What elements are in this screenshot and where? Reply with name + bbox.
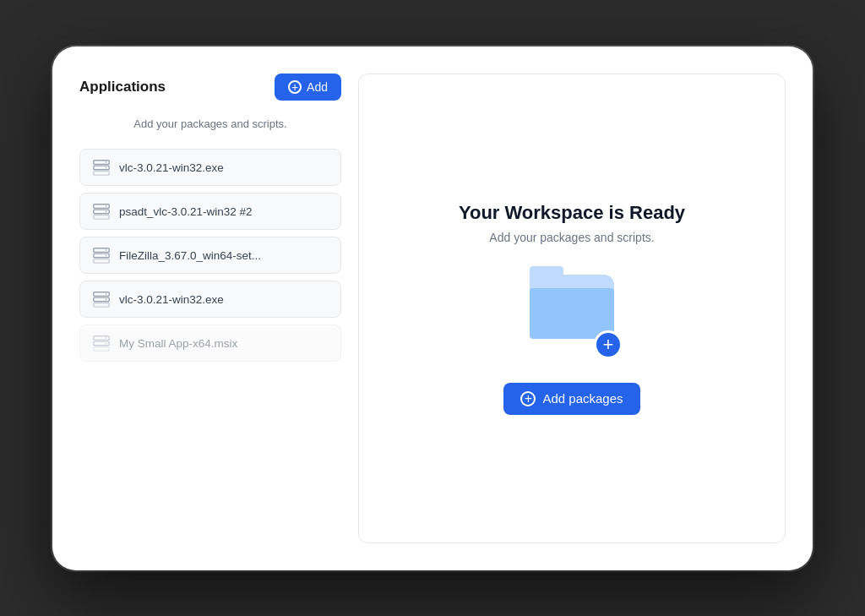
server-icon [92, 246, 111, 264]
app-list-item[interactable]: psadt_vlc-3.0.21-win32 #2 [79, 193, 341, 230]
app-list-item[interactable]: vlc-3.0.21-win32.exe [79, 281, 341, 318]
add-circle-illustration: + [594, 330, 623, 359]
svg-rect-11 [94, 253, 109, 258]
svg-rect-5 [94, 204, 109, 209]
app-name: psadt_vlc-3.0.21-win32 #2 [119, 205, 253, 218]
svg-rect-2 [94, 172, 109, 176]
svg-point-19 [106, 299, 106, 300]
svg-rect-20 [94, 336, 109, 341]
app-name: FileZilla_3.67.0_win64-set... [119, 249, 261, 262]
add-button[interactable]: + Add [275, 74, 341, 101]
app-list: vlc-3.0.21-win32.exe psadt_vlc-3.0.21-wi… [79, 149, 341, 362]
svg-point-9 [106, 211, 106, 212]
svg-rect-21 [94, 341, 109, 346]
main-content: Applications + Add Add your packages and… [52, 46, 813, 570]
app-list-item[interactable]: My Small App-x64.msix [79, 324, 341, 362]
left-panel: Applications + Add Add your packages and… [79, 74, 341, 543]
svg-point-4 [106, 167, 106, 168]
svg-point-18 [106, 293, 106, 294]
add-packages-button[interactable]: + Add packages [503, 383, 639, 415]
app-list-item[interactable]: FileZilla_3.67.0_win64-set... [79, 237, 341, 274]
workspace-illustration: + [521, 275, 623, 359]
workspace-subtitle: Add your packages and scripts. [489, 231, 654, 244]
svg-point-14 [106, 255, 106, 256]
server-icon [92, 158, 111, 177]
svg-rect-1 [94, 166, 109, 170]
svg-point-23 [106, 337, 106, 338]
svg-rect-10 [94, 248, 109, 253]
svg-rect-22 [94, 347, 109, 352]
svg-point-3 [106, 161, 106, 162]
app-name: vlc-3.0.21-win32.exe [119, 293, 224, 306]
server-icon [92, 290, 111, 308]
app-name: My Small App-x64.msix [119, 337, 237, 350]
svg-rect-0 [94, 161, 109, 165]
server-icon [92, 334, 111, 352]
plus-circle-icon: + [288, 80, 302, 94]
panel-title: Applications [79, 79, 166, 95]
panel-header: Applications + Add [79, 74, 341, 101]
svg-point-8 [106, 205, 106, 206]
add-button-label: Add [307, 80, 328, 94]
svg-rect-12 [94, 259, 109, 264]
svg-rect-7 [94, 215, 109, 220]
app-list-item[interactable]: vlc-3.0.21-win32.exe [79, 149, 341, 186]
svg-rect-16 [94, 297, 109, 302]
svg-point-24 [106, 343, 106, 344]
device-frame: Applications + Add Add your packages and… [52, 46, 813, 570]
svg-rect-6 [94, 210, 109, 214]
svg-rect-15 [94, 292, 109, 297]
folder-front [530, 288, 614, 339]
hint-text: Add your packages and scripts. [79, 116, 341, 133]
svg-point-13 [106, 249, 106, 250]
right-panel: Your Workspace is Ready Add your package… [358, 74, 786, 543]
workspace-title: Your Workspace is Ready [459, 202, 685, 224]
server-icon [92, 202, 111, 221]
add-packages-label: Add packages [542, 391, 623, 406]
svg-rect-17 [94, 303, 109, 308]
app-name: vlc-3.0.21-win32.exe [119, 161, 224, 174]
btn-plus-icon: + [520, 391, 536, 406]
